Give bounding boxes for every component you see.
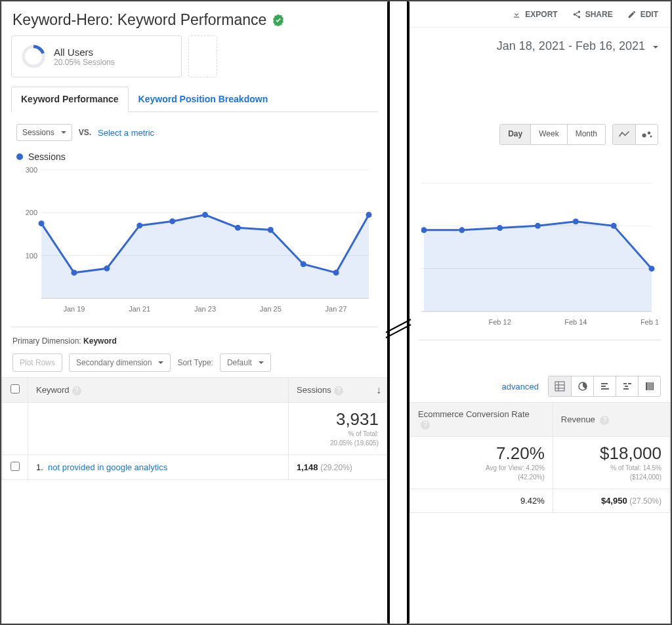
vs-label: VS. (79, 128, 91, 137)
segment-name: All Users (54, 47, 115, 58)
sort-desc-icon[interactable]: ↓ (376, 384, 381, 396)
line-chart-icon[interactable] (613, 125, 635, 144)
secondary-dimension-select[interactable]: Secondary dimension (69, 353, 171, 372)
legend-dot-icon (16, 153, 23, 160)
svg-point-30 (642, 134, 646, 138)
svg-point-12 (169, 218, 175, 224)
svg-point-31 (647, 132, 650, 135)
pivot-icon[interactable] (638, 376, 660, 396)
sort-type-select[interactable]: Default (220, 353, 271, 372)
caret-down-icon (256, 358, 264, 367)
share-icon (572, 10, 581, 19)
table-view-icons (548, 376, 661, 397)
svg-rect-52 (601, 383, 608, 384)
edit-button[interactable]: EDIT (627, 10, 658, 19)
segment-card-all-users[interactable]: All Users 20.05% Sessions (11, 35, 182, 77)
col-sessions: Sessions?↓ (289, 378, 387, 403)
toggle-month[interactable]: Month (567, 125, 605, 144)
svg-rect-57 (625, 386, 628, 387)
svg-point-10 (104, 266, 110, 272)
summary-row: 7.20% Avg for View: 4.20% (42.20%) $18,0… (410, 437, 670, 489)
svg-rect-54 (601, 388, 609, 390)
svg-text:Jan 27: Jan 27 (326, 305, 347, 313)
chart-view-toggle (612, 124, 658, 145)
caret-down-icon (58, 128, 66, 137)
help-icon[interactable]: ? (334, 386, 343, 395)
pencil-icon (627, 10, 637, 19)
plot-rows-button: Plot Rows (12, 353, 62, 372)
keyword-link[interactable]: not provided in google analytics (48, 462, 167, 472)
sort-type-label: Sort Type: (177, 358, 213, 367)
export-button[interactable]: EXPORT (512, 10, 557, 19)
svg-rect-58 (623, 388, 629, 390)
keyword-table-right: Ecommerce Conversion Rate? Revenue ? 7.2… (410, 402, 670, 513)
select-all-checkbox[interactable] (10, 384, 20, 393)
svg-text:Feb 16: Feb 16 (640, 318, 658, 326)
tab-keyword-position-breakdown[interactable]: Keyword Position Breakdown (129, 87, 278, 111)
svg-text:Jan 23: Jan 23 (194, 305, 216, 313)
svg-point-27 (578, 10, 580, 13)
data-table-icon[interactable] (549, 376, 571, 396)
svg-point-17 (333, 270, 339, 275)
caret-down-icon (156, 358, 163, 367)
download-icon (512, 10, 521, 19)
svg-point-42 (649, 266, 655, 272)
toggle-week[interactable]: Week (530, 125, 566, 144)
col-revenue: Revenue ? (553, 403, 669, 437)
svg-point-39 (535, 223, 541, 229)
share-button[interactable]: SHARE (572, 10, 613, 19)
tab-keyword-performance[interactable]: Keyword Performance (11, 87, 129, 112)
motion-chart-icon[interactable] (635, 125, 658, 144)
svg-point-29 (578, 16, 580, 18)
verified-badge-icon (272, 14, 285, 27)
col-ecr: Ecommerce Conversion Rate? (410, 403, 553, 437)
performance-icon[interactable] (593, 376, 616, 396)
svg-text:Jan 21: Jan 21 (129, 305, 150, 313)
pie-chart-icon[interactable] (571, 376, 593, 396)
table-row: 9.42% $4,950 (27.50%) (410, 489, 670, 513)
svg-rect-53 (601, 386, 606, 387)
comparison-icon[interactable] (616, 376, 638, 396)
svg-text:Jan 19: Jan 19 (63, 305, 85, 313)
svg-point-13 (202, 212, 208, 218)
primary-metric-select[interactable]: Sessions (16, 124, 72, 141)
svg-rect-56 (628, 383, 631, 384)
sessions-line-chart-right: Feb 12Feb 14Feb 16 (421, 179, 658, 330)
svg-text:300: 300 (26, 166, 37, 174)
report-title: Keyword-Hero: Keyword Performance (2, 2, 387, 35)
svg-point-11 (136, 222, 142, 228)
chart-legend-label: Sessions (28, 151, 66, 162)
summary-row: 3,931 % of Total: 20.05% (19,605) (3, 403, 387, 455)
report-title-text: Keyword-Hero: Keyword Performance (12, 11, 266, 29)
help-icon[interactable]: ? (421, 420, 430, 430)
svg-point-28 (573, 13, 576, 16)
svg-point-32 (650, 136, 652, 138)
svg-rect-59 (646, 382, 648, 390)
date-range-picker[interactable]: Jan 18, 2021 - Feb 16, 2021 (410, 28, 670, 58)
svg-rect-60 (648, 382, 650, 390)
sessions-line-chart-left: 100200300Jan 19Jan 21Jan 23Jan 25Jan 27 (14, 166, 375, 317)
time-granularity-toggle: Day Week Month (499, 124, 606, 145)
svg-point-38 (497, 225, 503, 231)
advanced-filter-link[interactable]: advanced (502, 382, 539, 392)
svg-point-9 (71, 270, 77, 275)
svg-text:Feb 12: Feb 12 (489, 318, 511, 326)
row-checkbox[interactable] (10, 462, 20, 471)
svg-rect-47 (555, 382, 564, 391)
help-icon[interactable]: ? (72, 386, 81, 395)
svg-point-40 (573, 218, 579, 224)
svg-rect-55 (623, 383, 627, 384)
svg-text:Jan 25: Jan 25 (260, 305, 282, 313)
svg-point-15 (268, 227, 274, 233)
svg-point-16 (301, 261, 306, 267)
svg-point-18 (366, 212, 372, 218)
compare-metric-link[interactable]: Select a metric (98, 128, 154, 138)
svg-point-8 (39, 220, 45, 226)
svg-rect-61 (650, 382, 652, 390)
toggle-day[interactable]: Day (500, 125, 530, 144)
help-icon[interactable]: ? (600, 416, 609, 425)
primary-dimension-row: Primary Dimension: Keyword (2, 330, 387, 348)
col-keyword: Keyword? (28, 378, 289, 403)
add-segment-button[interactable] (188, 35, 217, 77)
segment-donut-icon (21, 44, 46, 69)
